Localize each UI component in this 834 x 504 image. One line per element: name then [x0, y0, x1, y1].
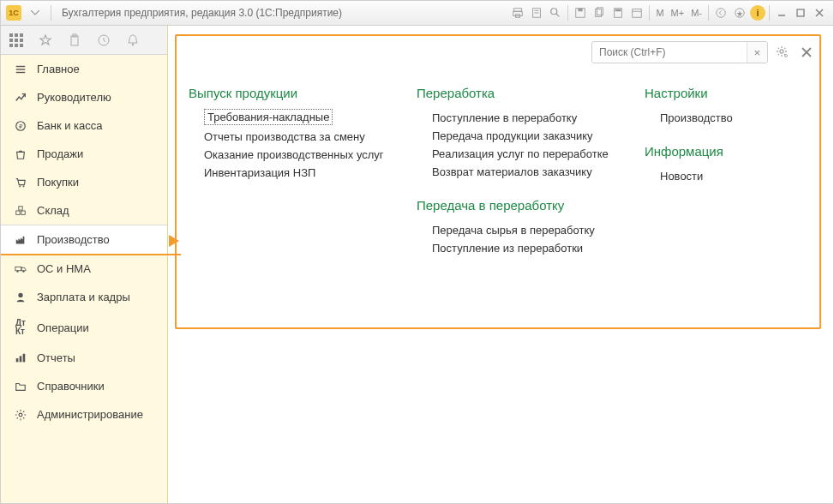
- nav-manager[interactable]: Руководителю: [1, 83, 167, 111]
- calendar-icon[interactable]: [628, 4, 645, 21]
- nav-warehouse[interactable]: Склад: [1, 196, 167, 225]
- nav-label: ОС и НМА: [37, 262, 91, 275]
- link-raw-transfer[interactable]: Передача сырья в переработку: [432, 221, 595, 239]
- folder-icon: [13, 381, 28, 393]
- maximize-button[interactable]: [792, 4, 809, 21]
- link-receipt-from-processing[interactable]: Поступление из переработки: [432, 239, 583, 257]
- search-clear-button[interactable]: ×: [747, 42, 767, 63]
- link-requirements-invoice[interactable]: Требования-накладные: [204, 109, 333, 125]
- svg-rect-0: [514, 9, 522, 12]
- nav-assets[interactable]: ОС и НМА: [1, 255, 167, 283]
- nav-operations[interactable]: ДтКт Операции: [1, 311, 167, 344]
- app-logo: 1C: [6, 5, 21, 21]
- nav-payroll[interactable]: Зарплата и кадры: [1, 283, 167, 311]
- bell-icon[interactable]: [123, 30, 143, 51]
- svg-rect-41: [20, 356, 22, 362]
- factory-icon: [13, 234, 28, 246]
- save-icon[interactable]: [572, 4, 589, 21]
- nav-reports[interactable]: Отчеты: [1, 344, 167, 372]
- gear-icon: [13, 409, 28, 421]
- svg-rect-9: [579, 9, 583, 12]
- sidebar: Главное Руководителю ₽ Банк и касса Прод…: [1, 26, 168, 503]
- link-transfer-customer[interactable]: Передача продукции заказчику: [432, 127, 593, 145]
- svg-rect-34: [21, 211, 25, 214]
- ruble-icon: ₽: [13, 120, 28, 132]
- bars-icon: [13, 352, 28, 364]
- section-production-output: Выпуск продукции Требования-накладные От…: [189, 86, 386, 182]
- boxes-icon: [13, 205, 28, 217]
- nav-admin[interactable]: Администрирование: [1, 400, 167, 429]
- svg-point-38: [22, 270, 24, 272]
- memory-m-button[interactable]: M: [653, 8, 666, 18]
- svg-point-16: [717, 9, 726, 18]
- section-transfer-processing: Передача в переработку Передача сырья в …: [417, 198, 614, 257]
- link-processing-services[interactable]: Реализация услуг по переработке: [432, 145, 609, 163]
- debit-credit-icon: ДтКт: [13, 319, 28, 336]
- copy-icon[interactable]: [591, 4, 608, 21]
- clipboard-icon[interactable]: [64, 30, 85, 51]
- nav-bank[interactable]: ₽ Банк и касса: [1, 111, 167, 140]
- nav-main[interactable]: Главное: [1, 55, 167, 83]
- back-icon[interactable]: [712, 4, 729, 21]
- section-title: Переработка: [417, 86, 614, 100]
- history-icon[interactable]: [93, 30, 114, 51]
- column-2: Переработка Поступление в переработку Пе…: [417, 86, 614, 274]
- bag-icon: [13, 148, 28, 160]
- close-window-button[interactable]: [811, 4, 828, 21]
- nav-sales[interactable]: Продажи: [1, 140, 167, 168]
- link-return-materials[interactable]: Возврат материалов заказчику: [432, 163, 592, 181]
- app-title: Бухгалтерия предприятия, редакция 3.0 (1…: [62, 7, 342, 19]
- close-panel-button[interactable]: [797, 43, 816, 62]
- link-production-settings[interactable]: Производство: [660, 109, 733, 127]
- column-3: Настройки Производство Информация Новост…: [645, 86, 756, 202]
- star-icon[interactable]: [35, 30, 56, 51]
- svg-point-37: [16, 270, 18, 272]
- memory-mplus-button[interactable]: M+: [669, 8, 687, 18]
- print-icon[interactable]: [509, 4, 526, 21]
- nav-directories[interactable]: Справочники: [1, 372, 167, 400]
- link-receipt-processing[interactable]: Поступление в переработку: [432, 109, 577, 127]
- search-input[interactable]: [592, 43, 747, 62]
- svg-point-45: [785, 55, 788, 57]
- minimize-button[interactable]: [773, 4, 790, 21]
- cart-icon: [13, 177, 28, 189]
- link-wip-inventory[interactable]: Инвентаризация НЗП: [204, 164, 315, 182]
- apps-grid-icon[interactable]: [6, 30, 27, 51]
- svg-line-7: [556, 14, 560, 17]
- info-icon[interactable]: i: [750, 5, 765, 21]
- section-title: Передача в переработку: [417, 198, 614, 213]
- dropdown-icon[interactable]: [27, 4, 44, 21]
- svg-point-6: [551, 9, 557, 15]
- nav-label: Руководителю: [37, 91, 111, 104]
- link-shift-reports[interactable]: Отчеты производства за смену: [204, 128, 365, 146]
- section-info: Информация Новости: [645, 144, 756, 185]
- truck-icon: [13, 263, 28, 275]
- nav-purchases[interactable]: Покупки: [1, 168, 167, 196]
- svg-rect-1: [513, 11, 523, 15]
- print-preview-icon[interactable]: [528, 4, 545, 21]
- search-icon[interactable]: [547, 4, 564, 21]
- svg-point-31: [19, 185, 21, 187]
- search-box: ×: [591, 41, 768, 63]
- nav-label: Продажи: [37, 147, 83, 160]
- svg-rect-36: [15, 267, 21, 270]
- workspace: Главное Руководителю ₽ Банк и касса Прод…: [0, 26, 834, 504]
- svg-rect-33: [16, 211, 20, 214]
- calculator-icon[interactable]: [609, 4, 627, 21]
- svg-point-32: [23, 185, 25, 187]
- svg-point-43: [19, 413, 22, 417]
- svg-point-44: [780, 50, 783, 53]
- memory-mminus-button[interactable]: M-: [688, 8, 705, 18]
- column-1: Выпуск продукции Требования-накладные От…: [189, 86, 386, 199]
- svg-rect-35: [19, 206, 22, 209]
- menu-icon: [13, 63, 28, 75]
- svg-rect-40: [16, 358, 19, 362]
- link-news[interactable]: Новости: [660, 167, 703, 185]
- settings-gear-icon[interactable]: [773, 43, 792, 62]
- svg-rect-42: [23, 353, 26, 362]
- link-production-services[interactable]: Оказание производственных услуг: [204, 146, 384, 164]
- main-toolbar: ×: [189, 41, 816, 63]
- favorites-icon[interactable]: [731, 4, 748, 21]
- chart-up-icon: [13, 92, 28, 104]
- nav-production[interactable]: Производство: [1, 225, 167, 255]
